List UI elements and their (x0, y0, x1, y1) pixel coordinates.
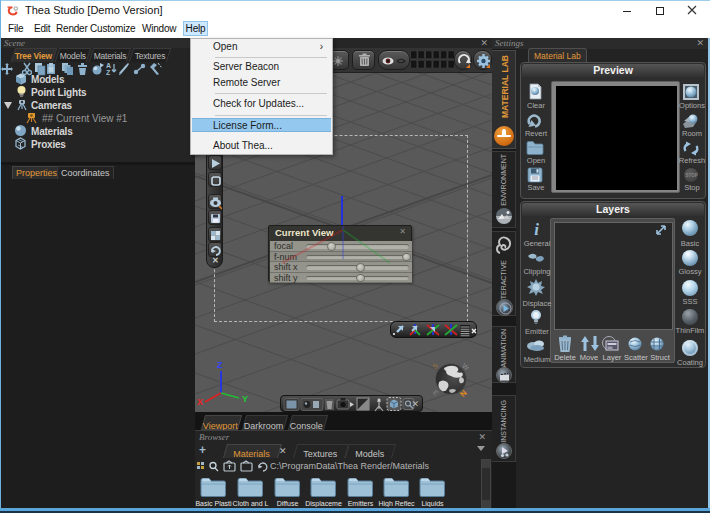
svg-text:E: E (433, 389, 440, 398)
svg-text:N: N (458, 388, 469, 398)
svg-text:A: A (106, 62, 111, 69)
svg-text:Z: Z (217, 360, 223, 370)
svg-text:Y: Y (242, 394, 248, 404)
svg-text:Z: Z (106, 69, 111, 76)
svg-text:X: X (197, 397, 203, 406)
svg-text:S: S (433, 362, 439, 371)
